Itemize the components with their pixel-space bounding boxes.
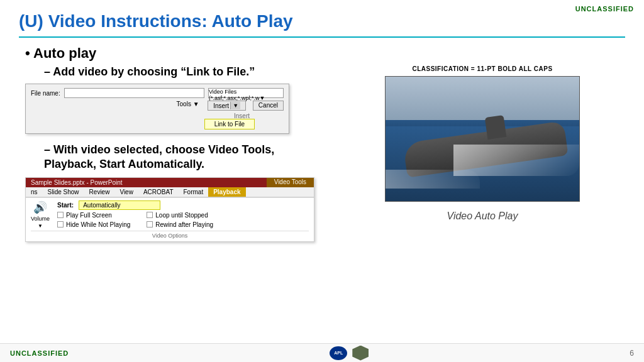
classification-note: CLASSIFICATION = 11-PT BOLD ALL CAPS <box>412 65 552 72</box>
file-dialog-mockup: File name: Video Files (*.asf;*.asx;*.wp… <box>25 84 289 134</box>
cancel-label: Cancel <box>258 102 278 109</box>
rewind-row: Rewind after Playing <box>147 221 213 228</box>
ppt-toolbar-mockup: Sample Slides.pptx - PowerPoint Video To… <box>25 177 314 242</box>
start-value: Automatically <box>83 202 120 209</box>
footer-logos: APL <box>330 346 369 361</box>
bullet-sub-1: Add video by choosing “Link to File.” <box>44 65 327 79</box>
slide-content: (U) Video Instructions: Auto Play Auto p… <box>0 0 644 343</box>
hide-not-playing-checkbox[interactable] <box>57 221 64 228</box>
title-divider <box>19 36 625 38</box>
insert-arrow[interactable]: ▼ <box>230 102 240 109</box>
insert-label: Insert <box>213 102 229 109</box>
ribbon-checks-container: Play Full Screen Hide While Not Playing <box>57 212 213 229</box>
file-dialog-buttons: Tools ▼ Insert ▼ Cancel <box>31 101 284 111</box>
ppt-title-bar: Sample Slides.pptx - PowerPoint <box>26 178 267 187</box>
ribbon-checks-right: Loop until Stopped Rewind after Playing <box>147 212 213 229</box>
footer-page-number: 6 <box>630 349 634 358</box>
apl-logo-text: APL <box>334 351 343 355</box>
volume-label: Volume <box>31 216 50 222</box>
hide-not-playing-label: Hide While Not Playing <box>66 221 130 228</box>
sub-conning-tower <box>485 115 507 140</box>
filename-label: File name: <box>31 90 60 97</box>
right-column: CLASSIFICATION = 11-PT BOLD ALL CAPS Vid… <box>340 65 625 242</box>
ribbon-checks-left: Play Full Screen Hide While Not Playing <box>57 212 130 229</box>
filetype-label: Video Files (*.asf;*.asx;*.wpl;*.w▼ <box>209 89 265 101</box>
play-full-screen-label: Play Full Screen <box>66 212 112 219</box>
file-dialog-filename-row: File name: Video Files (*.asf;*.asx;*.wp… <box>31 88 284 98</box>
apl-logo: APL <box>330 346 347 360</box>
speaker-icon: 🔊 <box>33 200 47 214</box>
rewind-label: Rewind after Playing <box>155 221 213 228</box>
loop-row: Loop until Stopped <box>147 212 213 219</box>
loop-label: Loop until Stopped <box>155 212 208 219</box>
menu-slideshow[interactable]: Slide Show <box>43 187 84 197</box>
footer-classification-label: UNCLASSIFIED <box>10 349 69 357</box>
menu-ns[interactable]: ns <box>26 187 43 197</box>
link-to-file-option[interactable]: Link to File <box>204 119 255 129</box>
loop-checkbox[interactable] <box>147 212 153 218</box>
menu-acrobat[interactable]: ACROBAT <box>138 187 179 197</box>
menu-playback[interactable]: Playback <box>208 187 245 197</box>
video-caption: Video Auto Play <box>447 211 518 222</box>
shield-logo <box>352 346 369 361</box>
ribbon-section-label: Video Options <box>31 231 309 239</box>
start-dropdown[interactable]: Automatically <box>79 200 160 210</box>
menu-review[interactable]: Review <box>84 187 115 197</box>
filetype-select[interactable]: Video Files (*.asf;*.asx;*.wpl;*.w▼ <box>208 88 284 98</box>
ribbon-options: Start: Automatically Play Full Screen <box>57 200 213 229</box>
sub-wake2 <box>386 170 480 189</box>
play-full-screen-row: Play Full Screen <box>57 212 130 219</box>
menu-view[interactable]: View <box>114 187 138 197</box>
slide-footer: UNCLASSIFIED APL 6 <box>0 343 644 362</box>
start-row: Start: Automatically <box>57 200 213 210</box>
tools-label[interactable]: Tools ▼ <box>177 101 199 111</box>
volume-section: 🔊 Volume ▼ <box>31 200 50 229</box>
submarine-image <box>385 76 580 202</box>
hide-not-playing-row: Hide While Not Playing <box>57 221 130 228</box>
slide-title: (U) Video Instructions: Auto Play <box>19 11 625 31</box>
start-label: Start: <box>57 202 74 209</box>
rewind-checkbox[interactable] <box>147 221 153 228</box>
cancel-button[interactable]: Cancel <box>253 101 284 111</box>
left-column: Add video by choosing “Link to File.” Fi… <box>19 65 327 242</box>
main-columns: Add video by choosing “Link to File.” Fi… <box>19 65 625 242</box>
video-tools-label: Video Tools <box>267 178 314 187</box>
menu-format[interactable]: Format <box>179 187 209 197</box>
ppt-ribbon: 🔊 Volume ▼ Start: Automatically <box>26 197 314 241</box>
sky-area <box>386 77 579 120</box>
insert-button[interactable]: Insert ▼ <box>208 101 246 111</box>
play-full-screen-checkbox[interactable] <box>57 212 64 218</box>
ppt-title-text: Sample Slides.pptx - PowerPoint <box>31 179 123 186</box>
bullet-sub-2: With video selected, choose Video Tools,… <box>44 143 327 172</box>
ribbon-main-row: 🔊 Volume ▼ Start: Automatically <box>31 200 309 229</box>
volume-arrow[interactable]: ▼ <box>38 223 43 229</box>
bullet-main: Auto play <box>25 45 625 62</box>
filename-input[interactable] <box>64 88 204 98</box>
ppt-menu-bar: ns Slide Show Review View ACROBAT Format… <box>26 187 314 197</box>
